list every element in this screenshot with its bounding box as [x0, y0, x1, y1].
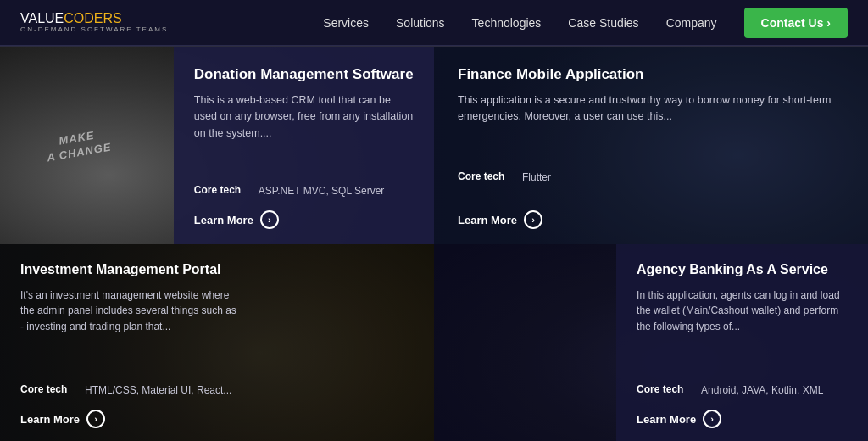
contact-us-button[interactable]: Contact Us › [744, 8, 848, 38]
investment-desc: It's an investment management website wh… [20, 287, 236, 371]
logo[interactable]: VALUECODERS ON-DEMAND SOFTWARE TEAMS [20, 11, 168, 33]
logo-sub: ON-DEMAND SOFTWARE TEAMS [20, 26, 168, 34]
nav-solutions[interactable]: Solutions [396, 16, 445, 30]
card-finance: Finance Mobile Application This applicat… [434, 47, 868, 244]
portfolio-grid: MAKE A CHANGE Donation Management Softwa… [0, 46, 868, 441]
agency-content-panel: Agency Banking As A Service In this appl… [616, 244, 868, 441]
donation-content-panel: Donation Management Software This is a w… [174, 47, 434, 244]
card-donation: MAKE A CHANGE Donation Management Softwa… [0, 47, 434, 244]
agency-learn-more-icon: › [703, 410, 721, 428]
finance-tech-label: Core tech [458, 170, 512, 182]
donation-learn-more[interactable]: Learn More › [194, 210, 414, 229]
investment-content-panel: Investment Management Portal It's an inv… [0, 244, 434, 441]
finance-tech-value: Flutter [522, 170, 551, 185]
nav-company[interactable]: Company [666, 16, 717, 30]
finance-tech-row: Core tech Flutter [458, 170, 844, 185]
donation-title: Donation Management Software [194, 65, 414, 84]
investment-tech-value: HTML/CSS, Material UI, React... [85, 383, 231, 398]
donation-learn-more-icon: › [260, 210, 279, 229]
header: VALUECODERS ON-DEMAND SOFTWARE TEAMS Ser… [0, 0, 868, 46]
agency-desc: In this application, agents can log in a… [637, 287, 848, 371]
agency-tech-row: Core tech Android, JAVA, Kotlin, XML [637, 383, 848, 398]
donation-desc: This is a web-based CRM tool that can be… [194, 92, 414, 172]
agency-learn-more[interactable]: Learn More › [637, 410, 848, 428]
agency-tech-value: Android, JAVA, Kotlin, XML [701, 383, 823, 398]
finance-learn-more[interactable]: Learn More › [458, 210, 844, 229]
finance-desc: This application is a secure and trustwo… [458, 92, 844, 159]
logo-value: VALUE [20, 11, 64, 25]
logo-coders: CODERS [64, 11, 121, 25]
card-agency: Agency Banking As A Service In this appl… [434, 244, 868, 441]
donation-tech-value: ASP.NET MVC, SQL Server [259, 184, 385, 198]
finance-learn-more-icon: › [524, 210, 542, 229]
main-nav: Services Solutions Technologies Case Stu… [323, 8, 848, 38]
nav-case-studies[interactable]: Case Studies [568, 16, 638, 30]
investment-learn-more-icon: › [86, 410, 105, 428]
finance-title: Finance Mobile Application [458, 65, 844, 84]
nav-technologies[interactable]: Technologies [472, 16, 542, 30]
investment-learn-more[interactable]: Learn More › [20, 410, 414, 428]
investment-tech-label: Core tech [20, 383, 75, 395]
investment-tech-row: Core tech HTML/CSS, Material UI, React..… [20, 383, 414, 398]
card-investment: Investment Management Portal It's an inv… [0, 244, 434, 441]
investment-title: Investment Management Portal [20, 261, 414, 279]
make-change-overlay: MAKE A CHANGE [43, 126, 113, 165]
donation-tech-label: Core tech [194, 184, 248, 196]
agency-tech-label: Core tech [637, 383, 691, 395]
finance-content-panel: Finance Mobile Application This applicat… [434, 47, 868, 244]
agency-title: Agency Banking As A Service [637, 261, 848, 279]
donation-tech-row: Core tech ASP.NET MVC, SQL Server [194, 184, 414, 198]
nav-services[interactable]: Services [323, 16, 369, 30]
